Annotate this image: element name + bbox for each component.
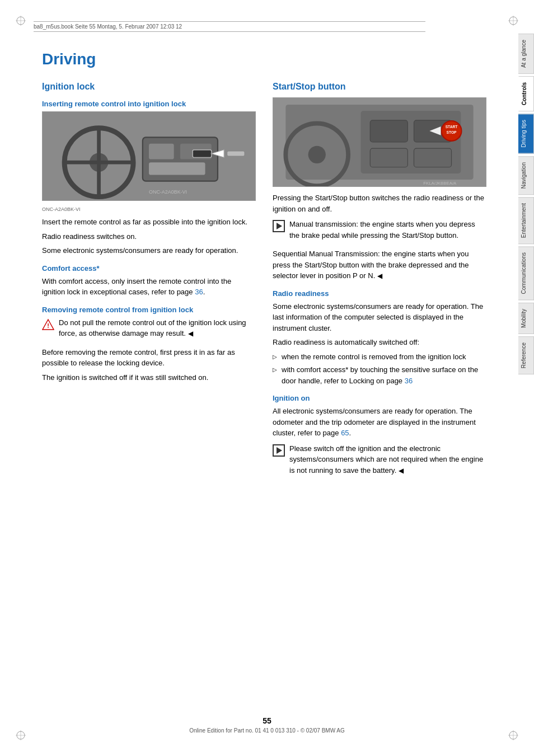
sidebar-tab-driving-tips[interactable]: Driving tips xyxy=(518,114,534,153)
page-number: 55 xyxy=(0,716,534,725)
svg-text:ONC-A2A0BK-VI: ONC-A2A0BK-VI xyxy=(149,189,187,195)
svg-rect-18 xyxy=(149,144,174,159)
svg-text:FKLA/JKBBEA/A: FKLA/JKBBEA/A xyxy=(423,181,457,186)
play-icon-ignition xyxy=(273,444,285,457)
comfort-access-heading: Comfort access* xyxy=(42,264,256,273)
corner-mark-tl xyxy=(16,16,26,26)
para-ignition-on: All electronic systems/consumers are rea… xyxy=(273,406,486,439)
svg-rect-35 xyxy=(414,148,451,167)
play-icon-manual xyxy=(273,220,285,232)
removing-remote-heading: Removing remote control from ignition lo… xyxy=(42,306,256,314)
svg-rect-21 xyxy=(193,150,212,157)
sidebar-tab-communications[interactable]: Communications xyxy=(518,246,534,300)
radio-readiness-list: when the remote control is removed from … xyxy=(273,351,486,387)
svg-text:STOP: STOP xyxy=(446,130,457,134)
img-left-caption: ONC-A2A0BK-VI xyxy=(42,206,256,212)
para-radio-consumers: Some electronic systems/consumers are re… xyxy=(273,301,486,334)
warning-icon: ! xyxy=(42,318,54,331)
bullet-item-comfort: with comfort access* by touching the sen… xyxy=(273,364,486,386)
start-stop-image: START STOP FKLA/JKBBEA/A xyxy=(273,97,486,187)
svg-rect-32 xyxy=(370,120,407,142)
ignition-page-link[interactable]: 65 xyxy=(341,429,349,437)
footer-text: Online Edition for Part no. 01 41 0 013 … xyxy=(0,727,534,734)
ignition-on-heading: Ignition on xyxy=(273,394,486,402)
radio-readiness-heading: Radio readiness xyxy=(273,289,486,298)
sidebar-tab-mobility[interactable]: Mobility xyxy=(518,303,534,334)
svg-rect-34 xyxy=(370,148,407,167)
sidebar-tab-controls[interactable]: Controls xyxy=(518,76,534,111)
para-sequential-trans: Sequential Manual Transmission: the engi… xyxy=(273,248,486,281)
comfort-page-link[interactable]: 36 xyxy=(195,288,203,296)
para-before-removing: Before removing the remote control, firs… xyxy=(42,347,256,369)
file-info-bar: ba8_m5us.book Seite 55 Montag, 5. Februa… xyxy=(34,21,425,32)
para-radio-readiness: Radio readiness switches on. xyxy=(42,231,256,242)
warning-text: Do not pull the remote control out of th… xyxy=(59,317,256,339)
sidebar-tab-entertainment[interactable]: Entertainment xyxy=(518,197,534,244)
sidebar-tab-navigation[interactable]: Navigation xyxy=(518,156,534,195)
main-content: Driving Ignition lock Inserting remote c… xyxy=(31,34,503,722)
page-title: Driving xyxy=(42,50,486,68)
manual-trans-text: Manual transmission: the engine starts w… xyxy=(289,219,486,241)
svg-rect-20 xyxy=(149,162,205,175)
inserting-remote-heading: Inserting remote control into ignition l… xyxy=(42,100,256,108)
sidebar-tabs: At a glance Controls Driving tips Naviga… xyxy=(518,34,534,374)
bullet-item-remote: when the remote control is removed from … xyxy=(273,351,486,363)
para-comfort-access: With comfort access, only insert the rem… xyxy=(42,276,256,298)
svg-point-30 xyxy=(308,146,326,163)
svg-rect-23 xyxy=(227,151,245,156)
ignition-note: Please switch off the ignition and the e… xyxy=(273,443,486,480)
svg-text:START: START xyxy=(446,125,458,129)
warning-box: ! Do not pull the remote control out of … xyxy=(42,317,256,342)
sidebar-tab-reference[interactable]: Reference xyxy=(518,336,534,374)
para-electronic-systems: Some electronic systems/consumers are re… xyxy=(42,245,256,256)
para-ignition-off: The ignition is switched off if it was s… xyxy=(42,372,256,383)
left-column: Ignition lock Inserting remote control i… xyxy=(42,82,256,483)
bullet2-page-link[interactable]: 36 xyxy=(405,377,413,385)
para-pressing-start-stop: Pressing the Start/Stop button switches … xyxy=(273,192,486,214)
page-footer: 55 Online Edition for Part no. 01 41 0 0… xyxy=(0,716,534,734)
corner-mark-tr xyxy=(508,16,518,26)
para-insert-remote: Insert the remote control as far as poss… xyxy=(42,217,256,228)
svg-text:!: ! xyxy=(47,322,49,329)
para-auto-off: Radio readiness is automatically switche… xyxy=(273,337,486,348)
start-stop-heading: Start/Stop button xyxy=(273,82,486,92)
ignition-lock-heading: Ignition lock xyxy=(42,82,256,92)
ignition-lock-image: ONC-A2A0BK-VI xyxy=(42,111,256,201)
ignition-note-text: Please switch off the ignition and the e… xyxy=(289,443,486,476)
two-column-layout: Ignition lock Inserting remote control i… xyxy=(42,82,486,483)
manual-trans-note: Manual transmission: the engine starts w… xyxy=(273,219,486,244)
sidebar-tab-at-a-glance[interactable]: At a glance xyxy=(518,34,534,74)
right-column: Start/Stop button xyxy=(273,82,486,483)
page-container: ba8_m5us.book Seite 55 Montag, 5. Februa… xyxy=(0,0,534,756)
